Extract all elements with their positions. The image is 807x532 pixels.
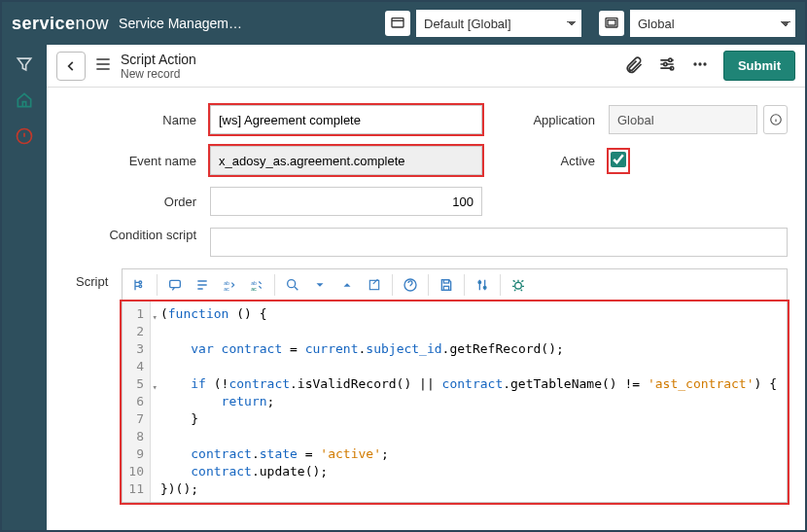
svg-point-25	[515, 282, 522, 289]
condition-script-label: Condition script	[64, 228, 210, 257]
script-label: Script	[64, 268, 122, 289]
form-footer: Submit	[47, 524, 805, 530]
replace-icon[interactable]: abac	[216, 272, 243, 298]
active-checkbox[interactable]	[611, 152, 626, 167]
script-editor[interactable]: 1▾ 2 3 4 5▾ 6 7 8 9 10 11	[122, 301, 788, 503]
line-gutter: 1▾ 2 3 4 5▾ 6 7 8 9 10 11	[123, 301, 151, 502]
update-set-select[interactable]: Global	[630, 10, 795, 37]
order-label: Order	[64, 195, 210, 209]
svg-text:ac: ac	[251, 286, 257, 292]
top-bar: servicenow Service Managem… Default [Glo…	[2, 2, 805, 45]
page-title: Script Action	[121, 52, 196, 67]
form-header: Script Action New record Submit	[47, 45, 805, 88]
svg-point-18	[288, 280, 296, 288]
svg-rect-13	[170, 280, 181, 287]
filter-icon[interactable]	[15, 54, 34, 77]
event-name-label: Event name	[64, 154, 210, 168]
back-button[interactable]	[56, 52, 86, 81]
svg-point-9	[703, 62, 706, 65]
replace-all-icon[interactable]: abac	[243, 272, 270, 298]
svg-text:ac: ac	[224, 286, 229, 292]
application-input	[609, 105, 757, 134]
toggle-diff-icon[interactable]	[469, 272, 496, 298]
svg-rect-22	[444, 286, 449, 290]
scope-icon[interactable]	[385, 11, 410, 36]
event-name-select[interactable]: x_adosy_as.agreement.complete	[210, 146, 482, 175]
condition-script-input[interactable]	[210, 228, 788, 257]
svg-point-5	[664, 62, 667, 65]
script-tree-icon[interactable]	[125, 272, 153, 298]
svg-text:ab: ab	[251, 280, 257, 286]
help-icon[interactable]	[397, 272, 424, 298]
fullscreen-icon[interactable]	[361, 272, 388, 298]
svg-point-24	[484, 286, 487, 289]
svg-rect-19	[370, 280, 379, 289]
name-input[interactable]	[210, 105, 482, 134]
page-subtitle: New record	[121, 67, 196, 81]
active-label: Active	[511, 154, 609, 168]
context-menu-icon[interactable]	[93, 54, 113, 77]
logo: servicenow	[12, 14, 109, 34]
svg-rect-2	[608, 20, 615, 25]
svg-point-8	[698, 62, 701, 65]
save-icon[interactable]	[433, 272, 460, 298]
svg-point-23	[478, 281, 481, 284]
sidebar	[2, 45, 47, 530]
chevron-down-icon[interactable]	[306, 272, 333, 298]
svg-point-4	[669, 58, 672, 61]
svg-rect-0	[392, 18, 404, 27]
form-body: Name Application Event name x_ad	[47, 88, 805, 524]
search-icon[interactable]	[279, 272, 306, 298]
info-icon[interactable]	[15, 126, 34, 149]
chevron-up-icon[interactable]	[333, 272, 361, 298]
script-toolbar: abac abac	[122, 268, 788, 301]
order-input[interactable]	[210, 187, 482, 216]
svg-point-7	[693, 62, 696, 65]
comment-icon[interactable]	[161, 272, 189, 298]
name-label: Name	[64, 113, 210, 127]
svg-point-11	[139, 281, 142, 284]
app-title: Service Managem…	[119, 16, 242, 31]
svg-text:ab: ab	[224, 280, 229, 286]
attachment-icon[interactable]	[624, 54, 644, 77]
application-info-button[interactable]	[763, 105, 788, 134]
svg-rect-21	[444, 280, 449, 283]
format-icon[interactable]	[189, 272, 216, 298]
update-set-icon[interactable]	[599, 11, 624, 36]
code-area[interactable]: (function () { var contract = current.su…	[151, 301, 787, 502]
scope-select[interactable]: Default [Global]	[416, 10, 581, 37]
home-icon[interactable]	[15, 90, 34, 113]
application-label: Application	[511, 113, 609, 127]
content-area: Script Action New record Submit	[47, 45, 805, 530]
svg-point-12	[139, 285, 142, 288]
settings-icon[interactable]	[657, 54, 677, 77]
submit-button-header[interactable]: Submit	[723, 51, 795, 81]
more-icon[interactable]	[690, 54, 710, 77]
debug-icon[interactable]	[505, 272, 532, 298]
